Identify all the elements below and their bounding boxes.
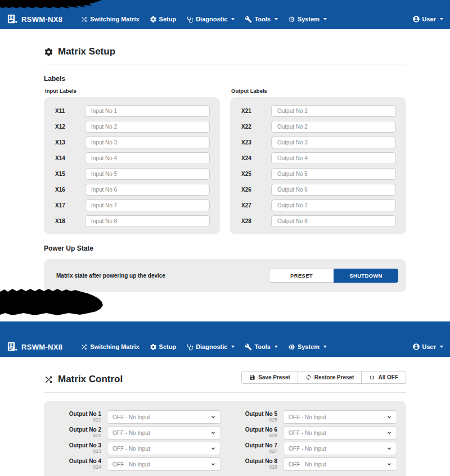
restore-preset-button[interactable]: Restore Preset	[298, 371, 362, 384]
user-menu[interactable]: User	[412, 343, 443, 351]
screenshot-matrix-setup: RSWM-NX8 Switching Matrix Setup Diagnost…	[0, 0, 450, 292]
title-divider	[44, 392, 406, 393]
nav-item-tools[interactable]: Tools	[245, 16, 278, 23]
label-row: X23	[240, 137, 396, 148]
port-id: X16	[54, 187, 85, 193]
output-id: X25	[229, 418, 277, 423]
user-menu[interactable]: User	[412, 15, 443, 23]
label-row: X11	[54, 105, 210, 117]
user-circle-icon	[412, 343, 420, 351]
label-row: X18	[54, 215, 210, 227]
output-row: Output No 8X28OFF - No Input	[229, 457, 397, 471]
output-select-x23[interactable]: OFF - No Input	[107, 442, 221, 455]
chevron-down-icon	[323, 346, 327, 348]
output-label-field-x24[interactable]	[271, 152, 396, 164]
nav-item-diagnostic[interactable]: Diagnostic	[186, 16, 235, 23]
chevron-down-icon	[274, 18, 278, 20]
port-id: X23	[240, 139, 271, 146]
output-row: Output No 6X26OFF - No Input	[229, 426, 397, 439]
port-id: X14	[54, 155, 85, 161]
output-label-field-x25[interactable]	[271, 168, 396, 180]
output-select-x24[interactable]: OFF - No Input	[107, 457, 221, 471]
shuffle-icon	[80, 343, 88, 351]
user-circle-icon	[412, 15, 420, 23]
redaction-scribble	[0, 0, 102, 10]
output-id: X26	[229, 433, 277, 439]
nav-item-label: Diagnostic	[196, 343, 227, 350]
input-label-field-x16[interactable]	[85, 184, 210, 196]
label-row: X13	[54, 137, 210, 148]
output-select-x26[interactable]: OFF - No Input	[283, 426, 397, 439]
power-icon	[369, 374, 375, 380]
shutdown-toggle-button[interactable]: SHUTDOWN	[334, 269, 398, 283]
input-label-field-x17[interactable]	[85, 200, 210, 211]
nav-item-tools[interactable]: Tools	[245, 343, 278, 351]
nav-item-setup[interactable]: Setup	[150, 343, 177, 351]
nav-item-system[interactable]: System	[288, 16, 327, 23]
output-select-x22[interactable]: OFF - No Input	[107, 426, 221, 439]
brand-label: RSWM-NX8	[21, 343, 62, 351]
brand-label: RSWM-NX8	[21, 15, 62, 24]
label-row: X16	[54, 184, 210, 196]
input-label-field-x12[interactable]	[85, 121, 210, 133]
matrix-device-logo-icon	[7, 342, 17, 352]
top-navbar: RSWM-NX8 Switching Matrix Setup Diagnost…	[0, 321, 450, 357]
user-label: User	[422, 343, 436, 350]
nav-item-label: Setup	[159, 16, 177, 22]
input-label-field-x13[interactable]	[85, 137, 210, 148]
output-label-field-x21[interactable]	[271, 105, 396, 117]
nav-item-switching-matrix[interactable]: Switching Matrix	[80, 16, 139, 23]
save-icon	[249, 374, 255, 380]
all-off-button[interactable]: All OFF	[362, 371, 406, 384]
port-id: X27	[240, 202, 271, 208]
output-label-field-x28[interactable]	[271, 215, 396, 227]
input-label-field-x14[interactable]	[85, 152, 210, 164]
port-id: X11	[54, 108, 85, 114]
nav-item-system[interactable]: System	[288, 343, 327, 351]
label-row: X14	[54, 152, 210, 164]
power-up-toggle-group: PRESET SHUTDOWN	[269, 269, 398, 283]
save-preset-button[interactable]: Save Preset	[241, 371, 298, 384]
output-labels-heading: Output Labels	[231, 88, 406, 94]
chip-icon	[288, 343, 295, 351]
output-label-field-x22[interactable]	[271, 121, 396, 133]
screenshot-matrix-control: RSWM-NX8 Switching Matrix Setup Diagnost…	[0, 321, 450, 476]
preset-toggle-button[interactable]: PRESET	[269, 269, 334, 283]
output-label-field-x23[interactable]	[271, 137, 396, 148]
brand[interactable]: RSWM-NX8	[7, 342, 62, 352]
port-id: X25	[240, 171, 271, 177]
output-select-x28[interactable]: OFF - No Input	[283, 457, 397, 471]
restore-icon	[305, 374, 312, 380]
output-row: Output No 7X27OFF - No Input	[229, 442, 397, 455]
brand[interactable]: RSWM-NX8	[7, 14, 62, 25]
port-id: X22	[240, 124, 271, 130]
input-label-field-x18[interactable]	[85, 215, 210, 227]
chevron-down-icon	[440, 18, 443, 20]
output-row: Output No 4X24OFF - No Input	[53, 457, 221, 471]
output-select-x25[interactable]: OFF - No Input	[283, 410, 397, 424]
chevron-down-icon	[210, 430, 216, 436]
user-label: User	[422, 16, 436, 22]
input-label-field-x15[interactable]	[85, 168, 210, 180]
nav-item-switching-matrix[interactable]: Switching Matrix	[80, 343, 139, 351]
output-select-x27[interactable]: OFF - No Input	[283, 442, 397, 455]
output-label-field-x26[interactable]	[271, 184, 396, 196]
port-id: X28	[240, 218, 271, 224]
port-id: X18	[54, 218, 85, 224]
label-row: X12	[54, 121, 210, 133]
input-label-field-x11[interactable]	[85, 105, 210, 117]
output-select-x21[interactable]: OFF - No Input	[107, 410, 221, 424]
power-up-heading: Power Up State	[44, 244, 406, 252]
output-label-field-x27[interactable]	[271, 200, 396, 211]
chevron-down-icon	[210, 446, 216, 451]
chevron-down-icon	[386, 461, 392, 467]
label-row: X27	[240, 200, 396, 211]
output-id: X24	[53, 465, 101, 470]
nav-item-setup[interactable]: Setup	[150, 16, 177, 23]
nav-item-label: Switching Matrix	[90, 16, 139, 22]
nav-item-diagnostic[interactable]: Diagnostic	[186, 343, 235, 351]
stethoscope-icon	[186, 16, 194, 23]
input-labels-panel: X11 X12 X13 X14 X15 X16 X17 X18	[44, 97, 220, 234]
port-id: X15	[54, 171, 85, 177]
chevron-down-icon	[386, 430, 392, 436]
